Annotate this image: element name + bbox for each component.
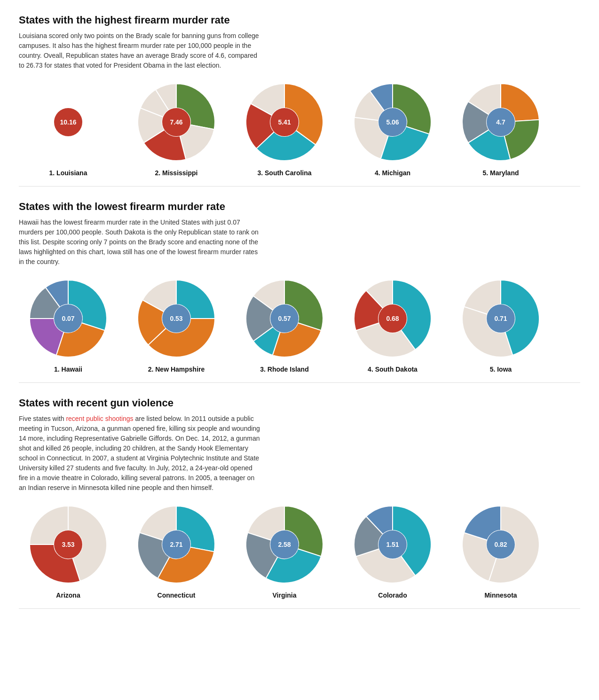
- svg-text:0.82: 0.82: [494, 541, 507, 548]
- chart-item-michigan: 5.064. Michigan: [343, 80, 442, 177]
- chart-label-maryland: 5. Maryland: [482, 169, 519, 177]
- charts-row-lowest: 0.071. Hawaii0.532. New Hampshire0.573. …: [19, 276, 580, 373]
- section-recent: States with recent gun violenceFive stat…: [19, 397, 580, 609]
- section-description-recent: Five states with recent public shootings…: [19, 414, 263, 493]
- chart-item-minnesota: 0.82Minnesota: [451, 502, 550, 599]
- chart-label-minnesota: Minnesota: [484, 591, 517, 599]
- chart-label-arizona: Arizona: [56, 591, 80, 599]
- section-highest: States with the highest firearm murder r…: [19, 14, 580, 187]
- charts-row-recent: 3.53Arizona2.71Connecticut2.58Virginia1.…: [19, 502, 580, 599]
- chart-item-maryland: 4.75. Maryland: [451, 80, 550, 177]
- section-title-recent: States with recent gun violence: [19, 397, 580, 409]
- chart-item-mississippi: 7.462. Mississippi: [127, 80, 226, 177]
- svg-text:0.57: 0.57: [278, 315, 291, 322]
- charts-row-highest: 10.161. Louisiana7.462. Mississippi5.413…: [19, 80, 580, 177]
- chart-item-virginia: 2.58Virginia: [235, 502, 334, 599]
- svg-text:2.71: 2.71: [170, 541, 182, 548]
- chart-label-connecticut: Connecticut: [158, 591, 196, 599]
- section-description-lowest: Hawaii has the lowest firearm murder rat…: [19, 218, 263, 267]
- chart-item-south-dakota: 0.684. South Dakota: [343, 276, 442, 373]
- chart-item-south-carolina: 5.413. South Carolina: [235, 80, 334, 177]
- section-description-highest: Louisiana scored only two points on the …: [19, 31, 263, 70]
- chart-item-new-hampshire: 0.532. New Hampshire: [127, 276, 226, 373]
- svg-text:0.07: 0.07: [62, 315, 74, 322]
- section-title-highest: States with the highest firearm murder r…: [19, 14, 580, 26]
- chart-label-iowa: 5. Iowa: [490, 366, 512, 373]
- svg-text:0.71: 0.71: [494, 315, 507, 322]
- chart-item-arizona: 3.53Arizona: [19, 502, 118, 599]
- svg-text:5.06: 5.06: [386, 118, 399, 126]
- svg-text:2.58: 2.58: [278, 541, 291, 548]
- chart-label-rhode-island: 3. Rhode Island: [260, 366, 308, 373]
- section-title-lowest: States with the lowest firearm murder ra…: [19, 201, 580, 213]
- chart-label-mississippi: 2. Mississippi: [155, 169, 197, 177]
- chart-label-south-dakota: 4. South Dakota: [368, 366, 418, 373]
- chart-item-colorado: 1.51Colorado: [343, 502, 442, 599]
- section-lowest: States with the lowest firearm murder ra…: [19, 201, 580, 383]
- svg-text:3.53: 3.53: [62, 541, 74, 548]
- chart-item-connecticut: 2.71Connecticut: [127, 502, 226, 599]
- chart-item-iowa: 0.715. Iowa: [451, 276, 550, 373]
- chart-label-hawaii: 1. Hawaii: [54, 366, 82, 373]
- svg-text:4.7: 4.7: [496, 118, 505, 126]
- svg-text:5.41: 5.41: [278, 118, 291, 126]
- chart-item-rhode-island: 0.573. Rhode Island: [235, 276, 334, 373]
- page-container: States with the highest firearm murder r…: [19, 14, 580, 609]
- chart-item-hawaii: 0.071. Hawaii: [19, 276, 118, 373]
- chart-label-virginia: Virginia: [272, 591, 296, 599]
- chart-item-louisiana: 10.161. Louisiana: [19, 80, 118, 177]
- svg-text:10.16: 10.16: [60, 118, 76, 126]
- svg-text:0.68: 0.68: [386, 315, 399, 322]
- svg-text:7.46: 7.46: [170, 118, 182, 126]
- chart-label-colorado: Colorado: [378, 591, 407, 599]
- chart-label-michigan: 4. Michigan: [375, 169, 410, 177]
- chart-label-south-carolina: 3. South Carolina: [257, 169, 311, 177]
- svg-text:1.51: 1.51: [386, 541, 399, 548]
- svg-text:0.53: 0.53: [170, 315, 182, 322]
- chart-label-louisiana: 1. Louisiana: [49, 169, 87, 177]
- chart-label-new-hampshire: 2. New Hampshire: [148, 366, 205, 373]
